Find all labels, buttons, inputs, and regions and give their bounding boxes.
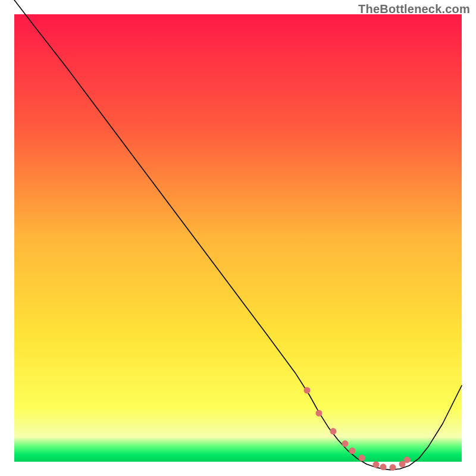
marker-dot [373,461,380,468]
plot-svg [0,0,476,476]
marker-dot [304,387,311,394]
marker-dot [349,447,356,454]
marker-dot [342,440,349,447]
marker-dot [380,464,387,470]
gradient-background [14,14,462,462]
bottleneck-chart: TheBottleneck.com [0,0,476,476]
marker-dot [330,428,337,434]
marker-dot [359,455,365,461]
marker-dot [390,464,396,471]
marker-dot [404,456,411,463]
watermark-label: TheBottleneck.com [358,2,470,16]
marker-dot [316,410,322,416]
